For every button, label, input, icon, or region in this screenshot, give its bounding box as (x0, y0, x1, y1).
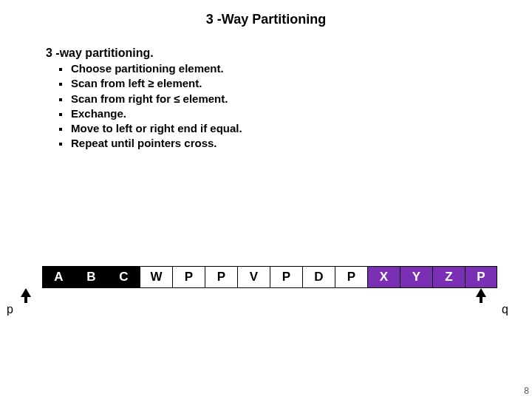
pointer-p (10, 288, 42, 303)
pointer-row: p q (42, 288, 515, 325)
bullet-list: Choose partitioning element. Scan from l… (46, 61, 532, 151)
content-block: 3 -way partitioning. Choose partitioning… (46, 47, 532, 151)
array-cell: P (172, 266, 205, 288)
arrow-stem (24, 297, 27, 303)
arrow-up-icon (476, 288, 486, 297)
array-cell: Y (400, 266, 432, 288)
pointer-q (465, 288, 497, 303)
arrow-up-icon (21, 288, 31, 297)
bullet-item: Exchange. (46, 106, 532, 121)
array-row: ABCWPPVPDPXYZP (42, 266, 515, 288)
array-cell: X (367, 266, 400, 288)
array-cell: P (270, 266, 302, 288)
array-cell: C (107, 266, 140, 288)
array-cell: Z (432, 266, 465, 288)
array-cell: W (140, 266, 172, 288)
array-cell: B (75, 266, 107, 288)
array-cell: P (205, 266, 237, 288)
array-cell: P (465, 266, 497, 288)
pointer-q-label: q (502, 303, 508, 316)
array-diagram: ABCWPPVPDPXYZP p q (42, 266, 515, 325)
bullet-item: Scan from right for ≤ element. (46, 92, 532, 106)
slide-number: 8 (524, 386, 529, 396)
page-title: 3 -Way Partitioning (0, 0, 532, 27)
pointer-p-label: p (7, 303, 13, 316)
array-cell: P (335, 266, 367, 288)
arrow-stem (480, 297, 482, 303)
array-cell: V (237, 266, 270, 288)
array-cell: D (302, 266, 335, 288)
section-heading: 3 -way partitioning. (46, 47, 532, 60)
array-cell: A (42, 266, 75, 288)
bullet-item: Choose partitioning element. (46, 61, 532, 76)
bullet-item: Move to left or right end if equal. (46, 121, 532, 136)
bullet-item: Scan from left ≥ element. (46, 76, 532, 91)
bullet-item: Repeat until pointers cross. (46, 136, 532, 151)
